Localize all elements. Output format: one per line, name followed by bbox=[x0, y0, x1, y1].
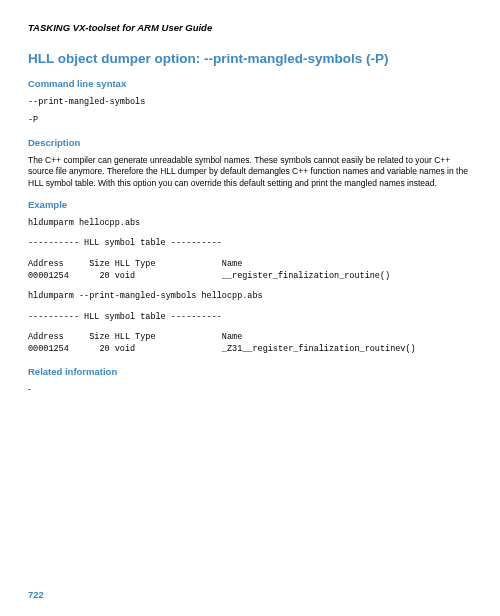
example-line: ---------- HLL symbol table ---------- bbox=[28, 311, 472, 323]
related-text: - bbox=[28, 384, 472, 395]
example-line: hldumparm hellocpp.abs bbox=[28, 217, 472, 229]
section-heading-syntax: Command line syntax bbox=[28, 78, 472, 89]
section-heading-related: Related information bbox=[28, 366, 472, 377]
page-title: HLL object dumper option: --print-mangle… bbox=[28, 51, 472, 66]
example-line: ---------- HLL symbol table ---------- bbox=[28, 237, 472, 249]
syntax-line-2: -P bbox=[28, 114, 472, 126]
example-line: hldumparm --print-mangled-symbols helloc… bbox=[28, 290, 472, 302]
example-table-row: 00001254 20 void _Z31__register_finaliza… bbox=[28, 343, 472, 355]
doc-header: TASKING VX-toolset for ARM User Guide bbox=[28, 22, 472, 33]
example-table-row: 00001254 20 void __register_finalization… bbox=[28, 270, 472, 282]
page-container: TASKING VX-toolset for ARM User Guide HL… bbox=[0, 0, 500, 395]
description-text: The C++ compiler can generate unreadable… bbox=[28, 155, 472, 189]
syntax-line-1: --print-mangled-symbols bbox=[28, 96, 472, 108]
example-table-header: Address Size HLL Type Name bbox=[28, 258, 472, 270]
section-heading-description: Description bbox=[28, 137, 472, 148]
page-number: 722 bbox=[28, 589, 44, 600]
section-heading-example: Example bbox=[28, 199, 472, 210]
example-table-header: Address Size HLL Type Name bbox=[28, 331, 472, 343]
